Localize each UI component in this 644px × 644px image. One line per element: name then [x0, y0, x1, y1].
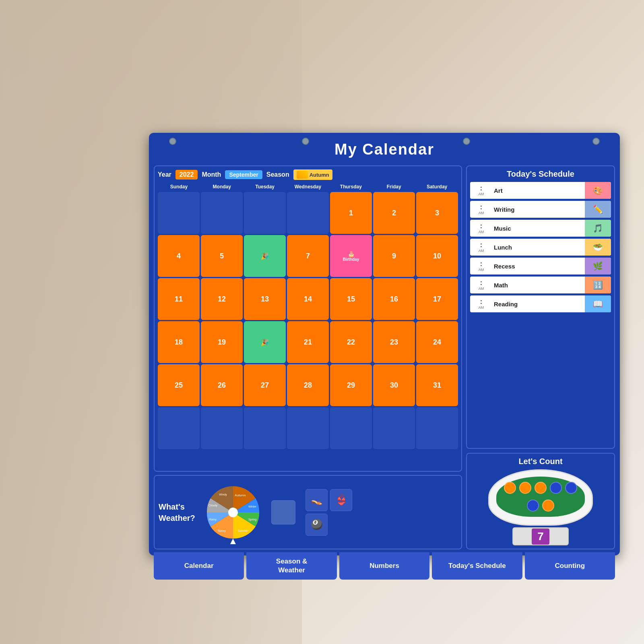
- month-value: September: [225, 170, 262, 179]
- hole-4: [592, 138, 600, 145]
- schedule-label-art: Art: [492, 187, 585, 194]
- bottom-tabs: Calendar Season &Weather Numbers Today's…: [149, 552, 620, 580]
- dots-container: [496, 477, 585, 517]
- schedule-row-reading: : AM Reading 📖: [470, 295, 611, 312]
- cal-date-20: 16: [373, 278, 415, 320]
- counting-bowl: [488, 469, 593, 526]
- season-text: Autumn: [310, 172, 329, 178]
- cal-date-39: [287, 407, 329, 449]
- schedule-img-recess: 🌿: [585, 258, 611, 275]
- cal-date-33: 29: [330, 364, 372, 406]
- count-title: Let's Count: [518, 457, 562, 466]
- count-dot-0: [504, 482, 516, 494]
- cal-date-35: 31: [416, 364, 458, 406]
- cal-date-25: 21: [287, 321, 329, 363]
- am-5: AM: [479, 287, 484, 291]
- schedule-row-music: : AM Music 🎵: [470, 220, 611, 237]
- cal-date-34: 30: [373, 364, 415, 406]
- month-label: Month: [202, 171, 221, 178]
- day-sunday: Sunday: [158, 183, 200, 190]
- am-2: AM: [479, 230, 484, 234]
- tab-numbers[interactable]: Numbers: [339, 552, 429, 580]
- wheel-center: [228, 508, 238, 517]
- cal-date-14: 10: [416, 235, 458, 277]
- time-block-3: : AM: [470, 240, 492, 254]
- am-1: AM: [479, 211, 484, 215]
- season-label: Season: [266, 171, 289, 178]
- schedule-img-music: 🎵: [585, 220, 611, 237]
- schedule-img-art: 🎨: [585, 182, 611, 199]
- weather-icon-slippers: 👡: [305, 489, 328, 511]
- count-dot-6: [542, 500, 554, 512]
- day-monday: Monday: [201, 183, 243, 190]
- weather-wheel: Autumn Winter Spring Summer Sunny Rainy …: [205, 484, 261, 541]
- day-wednesday: Wednesday: [287, 183, 329, 190]
- label-sunny: Sunny: [218, 529, 226, 533]
- cal-date-11: 7: [287, 235, 329, 277]
- cal-date-36: [158, 407, 200, 449]
- time-block-1: : AM: [470, 202, 492, 216]
- cal-date-5: 1: [330, 192, 372, 234]
- cal-date-40: [330, 407, 372, 449]
- hole-3: [463, 138, 470, 145]
- schedule-img-lunch: 🥗: [585, 239, 611, 256]
- count-dot-3: [550, 482, 562, 494]
- am-0: AM: [479, 192, 484, 196]
- counting-display: 7: [488, 469, 593, 545]
- am-6: AM: [479, 305, 484, 310]
- time-block-6: : AM: [470, 297, 492, 311]
- cal-date-42: [416, 407, 458, 449]
- cal-date-31: 27: [244, 364, 286, 406]
- schedule-title: Today's Schedule: [470, 169, 611, 179]
- season-icon: [297, 171, 308, 179]
- schedule-img-writing: ✏️: [585, 201, 611, 218]
- cal-date-2: [201, 192, 243, 234]
- cal-date-21: 17: [416, 278, 458, 320]
- weather-icons: 👡 👙 🎱: [305, 489, 352, 536]
- cal-date-38: [244, 407, 286, 449]
- cal-date-29: 25: [158, 364, 200, 406]
- season-value: Autumn: [293, 169, 332, 180]
- day-friday: Friday: [373, 183, 415, 190]
- left-panel: Year 2022 Month September Season Autumn …: [154, 165, 462, 549]
- hole-2: [302, 138, 309, 145]
- schedule-row-writing: : AM Writing ✏️: [470, 201, 611, 218]
- schedule-label-writing: Writing: [492, 206, 585, 213]
- weather-icon-swimsuit: 👙: [330, 489, 352, 511]
- time-block-0: : AM: [470, 184, 492, 197]
- right-panel: Today's Schedule : AM Art 🎨 : AM Writing…: [466, 165, 615, 549]
- cal-date-13: 9: [373, 235, 415, 277]
- cal-date-41: [373, 407, 415, 449]
- cal-date-1: [158, 192, 200, 234]
- tab-counting[interactable]: Counting: [525, 552, 615, 580]
- cal-date-28: 24: [416, 321, 458, 363]
- weather-arrow: ▲: [228, 535, 238, 547]
- tab-calendar[interactable]: Calendar: [154, 552, 244, 580]
- cal-date-4: [287, 192, 329, 234]
- label-summer: Summer: [238, 529, 249, 532]
- label-autumn: Autumn: [235, 493, 246, 497]
- am-3: AM: [479, 249, 484, 253]
- weather-question: What'sWeather?: [159, 501, 199, 524]
- hole-1: [169, 138, 176, 145]
- weather-section: What'sWeather?: [154, 475, 462, 549]
- day-tuesday: Tuesday: [244, 183, 286, 190]
- cal-date-22: 18: [158, 321, 200, 363]
- schedule-row-math: : AM Math 🔢: [470, 277, 611, 293]
- tab-todays-schedule[interactable]: Today's Schedule: [432, 552, 522, 580]
- schedule-img-reading: 📖: [585, 295, 611, 312]
- time-block-2: : AM: [470, 221, 492, 235]
- tab-season-weather[interactable]: Season &Weather: [246, 552, 336, 580]
- schedule-label-music: Music: [492, 225, 585, 232]
- day-headers: Sunday Monday Tuesday Wednesday Thursday…: [158, 183, 458, 190]
- counting-base: 7: [512, 527, 569, 545]
- count-dot-5: [527, 500, 539, 512]
- count-dot-1: [519, 482, 531, 494]
- cal-date-3: [244, 192, 286, 234]
- schedule-label-recess: Recess: [492, 263, 585, 270]
- cal-date-16: 12: [201, 278, 243, 320]
- cal-date-26: 22: [330, 321, 372, 363]
- weather-icon-lifesaver: 🎱: [305, 514, 328, 536]
- schedule-label-reading: Reading: [492, 301, 585, 308]
- board-title: My Calendar: [149, 133, 620, 162]
